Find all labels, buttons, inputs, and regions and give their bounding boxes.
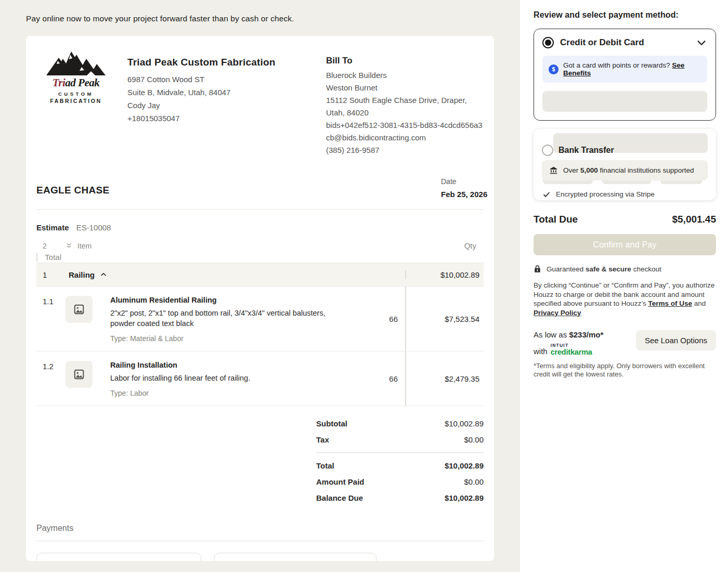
logo-sub1: CUSTOM	[44, 91, 108, 97]
item-qty: 66	[360, 287, 405, 351]
secure-bold: safe & secure	[586, 265, 631, 273]
payment-card-completion: $5,001.44 Upcoming Upon completion	[214, 553, 376, 561]
loan-with: with	[534, 347, 548, 356]
subtotal-row: Subtotal $10,002.89	[316, 415, 484, 432]
credit-card-label: Credit or Debit Card	[560, 37, 644, 48]
balance-due-row: Balance Due $10,002.89	[316, 490, 484, 506]
group-name: Railing	[69, 270, 95, 279]
terms-of-use-link[interactable]: Terms of Use	[648, 300, 692, 307]
bank-institutions-banner: Over 5,000 financial institutions suppor…	[542, 160, 708, 180]
estimate-table: 2 Item Qty Total 1 Railing $10,002.89 1.…	[36, 240, 484, 406]
invoice-card: Triad Peak CUSTOM FABRICATION Triad Peak…	[26, 36, 494, 561]
project-name: EAGLE CHASE	[36, 177, 110, 199]
item-type: Type: Material & Labor	[110, 334, 348, 343]
tax-row: Tax $0.00	[316, 432, 484, 448]
total-due-row: Total Due $5,001.45	[534, 214, 716, 225]
radio-credit-card[interactable]	[542, 37, 554, 48]
estimate-number: ES-10008	[76, 223, 111, 232]
vendor-phone: +18015035047	[127, 112, 289, 125]
table-row: 1.1 Aluminum Residential Railing 2"x2" p…	[36, 287, 484, 352]
bill-to-title: Bill To	[326, 56, 484, 66]
bank-banner-prefix: Over	[563, 166, 578, 174]
intro-text: Pay online now to move your project forw…	[0, 0, 520, 23]
totals-section: Subtotal $10,002.89 Tax $0.00 Total $10,…	[316, 415, 484, 506]
dollar-badge-icon: $	[549, 64, 558, 74]
secure-checkout-note: Guaranteed safe & secure checkout	[534, 265, 716, 273]
header-total: Total	[36, 253, 66, 262]
vendor-address2: Suite B, Midvale, Utah, 84047	[127, 86, 289, 99]
image-placeholder-icon	[73, 304, 85, 315]
totals-divider	[316, 452, 484, 453]
image-placeholder-icon	[73, 369, 85, 380]
header-qty: Qty	[405, 241, 484, 250]
bank-transfer-label: Bank Transfer	[558, 146, 614, 155]
payment-sidebar: Review and select payment method: Credit…	[520, 0, 728, 572]
invoice-header: Triad Peak CUSTOM FABRICATION Triad Peak…	[36, 49, 484, 157]
intuit-creditkarma-logo: INTUIT creditkarma	[551, 343, 592, 356]
loan-offer-row: As low as $233/mo* with INTUIT creditkar…	[534, 330, 716, 356]
row-index: 1.2	[36, 352, 66, 406]
estimate-title: Estimate ES-10008	[36, 223, 484, 232]
bill-to-company: Bluerock Builders	[326, 69, 484, 82]
bank-transfer-option[interactable]: Bank Transfer	[542, 145, 708, 156]
legal-paragraph: By clicking “Continue” or “Confirm and P…	[534, 281, 716, 317]
main-column: Pay online now to move your project forw…	[0, 0, 520, 572]
item-name: Railing Installation	[110, 361, 348, 369]
item-total: $7,523.54	[405, 287, 484, 351]
mountain-logo-icon	[45, 49, 107, 76]
lock-icon	[534, 265, 541, 273]
group-row-railing[interactable]: 1 Railing $10,002.89	[36, 263, 484, 287]
date-value: Feb 25, 2026	[441, 190, 484, 199]
confirm-and-pay-button[interactable]: Confirm and Pay	[534, 234, 716, 255]
feature-encrypted: Encrypted processing via Stripe	[542, 190, 708, 198]
item-thumbnail	[66, 361, 93, 388]
card-input-skeleton[interactable]	[542, 91, 707, 112]
row-index: 1.1	[36, 287, 66, 351]
privacy-policy-link[interactable]: Privacy Policy	[534, 309, 581, 317]
estimate-label: Estimate	[36, 223, 69, 232]
group-index: 1	[36, 270, 66, 279]
date-label: Date	[441, 177, 484, 186]
legal-and: and	[694, 300, 706, 307]
rewards-banner: $ Got a card with points or rewards? See…	[542, 56, 707, 83]
header-item: Item	[77, 242, 92, 250]
loan-amount: $233/mo*	[569, 330, 603, 339]
item-count: 2	[36, 242, 66, 250]
chevron-down-icon[interactable]	[696, 37, 707, 48]
item-description: 2"x2" post, 2"x1" top and bottom rail, 3…	[110, 308, 348, 329]
item-description: Labor for installing 66 linear feet of r…	[110, 373, 348, 383]
table-header-row: 2 Item Qty Total	[36, 240, 484, 263]
logo-wordmark: Triad Peak	[44, 76, 108, 89]
bill-to-phone: (385) 216-9587	[326, 144, 484, 157]
payment-card-deposit: $5,001.45 Upcoming Deposit	[36, 553, 201, 561]
item-name: Aluminum Residential Railing	[110, 296, 348, 304]
vendor-contact: Cody Jay	[127, 99, 289, 112]
vendor-address1: 6987 Cotton Wood ST	[127, 73, 289, 86]
bank-banner-count: 5,000	[580, 166, 598, 174]
collapse-all-icon[interactable]	[66, 242, 72, 249]
bill-to-contact: Weston Burnet	[326, 82, 484, 94]
credit-card-option[interactable]: Credit or Debit Card	[542, 37, 707, 48]
total-due-label: Total Due	[534, 214, 578, 225]
vendor-name: Triad Peak Custom Fabrication	[127, 57, 289, 68]
bill-to: Bill To Bluerock Builders Weston Burnet …	[326, 49, 484, 157]
check-icon	[543, 191, 550, 198]
sidebar-heading: Review and select payment method:	[534, 10, 716, 20]
logo-sub2: FABRICATION	[44, 98, 108, 104]
rewards-text: Got a card with points or rewards?	[563, 61, 670, 69]
payments-divider	[36, 541, 484, 541]
chevron-up-icon[interactable]	[100, 271, 107, 278]
radio-bank-transfer[interactable]	[542, 145, 553, 156]
bank-icon	[549, 166, 558, 175]
bank-banner-suffix: financial institutions supported	[600, 166, 694, 174]
loan-terms-note: *Terms and eligibility apply. Only borro…	[534, 362, 716, 379]
project-row: EAGLE CHASE Date Feb 25, 2026	[36, 177, 484, 210]
vendor-info: Triad Peak Custom Fabrication 6987 Cotto…	[127, 49, 289, 157]
vendor-logo: Triad Peak CUSTOM FABRICATION	[44, 49, 108, 157]
see-loan-options-button[interactable]: See Loan Options	[636, 330, 716, 350]
item-type: Type: Labor	[110, 389, 348, 397]
total-due-amount: $5,001.45	[672, 214, 716, 225]
item-total: $2,479.35	[405, 352, 484, 406]
secure-suffix: checkout	[633, 265, 661, 273]
loan-prefix: As low as	[534, 330, 567, 339]
